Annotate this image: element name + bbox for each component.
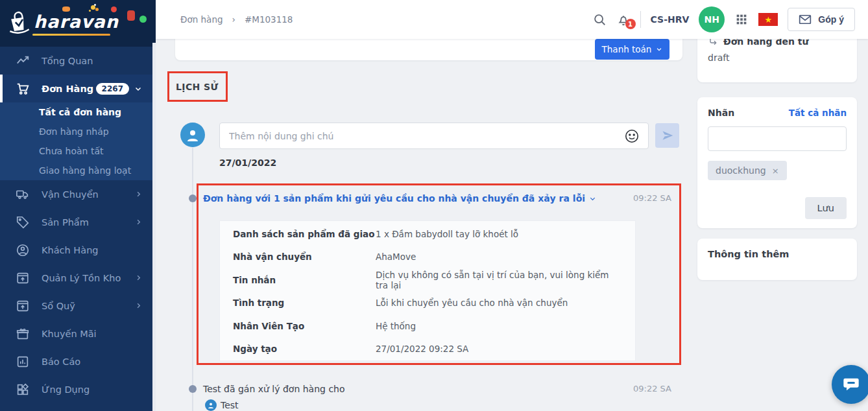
notification-count-badge: 1 [625, 19, 636, 29]
cart-icon [16, 82, 30, 96]
annotation-box-history: LỊCH SỬ [167, 71, 228, 102]
chevron-down-icon [656, 46, 662, 53]
sidebar-item-label: Vận Chuyển [42, 189, 99, 200]
firework-decoration [91, 5, 95, 10]
payment-button-label: Thanh toán [602, 44, 652, 54]
sidebar-item-don-hang[interactable]: Đơn Hàng 2267 [0, 75, 152, 102]
breadcrumb-separator-icon: › [232, 14, 235, 25]
row-label: Ngày tạo [233, 344, 376, 354]
all-labels-link[interactable]: Tất cả nhãn [789, 108, 847, 118]
order-count-badge: 2267 [96, 83, 129, 95]
event-detail-table: Danh sách sản phẩm đã giao 1 x Đầm babyd… [219, 220, 636, 361]
tag-icon [16, 215, 30, 229]
emoji-icon[interactable] [624, 128, 640, 144]
feedback-button[interactable]: Góp ý [788, 8, 855, 31]
sidebar-item-label: Sản Phẩm [42, 217, 89, 228]
event-title-text: Đơn hàng với 1 sản phẩm khi gửi yêu cầu … [203, 193, 585, 204]
event-title: Test đã gán xử lý đơn hàng cho [203, 384, 345, 394]
notifications-bell-icon[interactable]: 1 [616, 12, 631, 27]
tet-figure-decoration [127, 10, 135, 21]
label-input[interactable] [708, 126, 847, 151]
chat-bubble-icon [842, 375, 860, 393]
sidebar-item-ung-dung[interactable]: Ứng Dụng [0, 375, 152, 403]
note-input[interactable] [219, 123, 649, 149]
orders-submenu: Tất cả đơn hàng Đơn hàng nháp Chưa hoàn … [0, 102, 152, 180]
chevron-down-icon [134, 85, 142, 93]
sidebar-item-tong-quan[interactable]: Tổng Quan [0, 47, 152, 75]
logo-strip: haravan [0, 0, 156, 47]
order-source-value: draft [708, 53, 847, 63]
apps-icon [16, 382, 30, 397]
header-divider [640, 11, 641, 28]
sidebar-item-label: Tổng Quan [42, 56, 93, 66]
table-row: Nhân Viên Tạo Hệ thống [220, 314, 635, 338]
logo-underline-decoration [32, 34, 110, 36]
row-label: Tình trạng [233, 298, 376, 308]
submenu-item-don-hang-nhap[interactable]: Đơn hàng nháp [0, 122, 152, 141]
assignee-name: Test [221, 400, 239, 410]
event-time: 09:22 SA [613, 193, 671, 203]
row-value: Lỗi khi chuyển yêu cầu cho nhà vận chuyể… [376, 298, 568, 308]
submenu-item-giao-hang-hang-loat[interactable]: Giao hàng hàng loạt [0, 161, 152, 180]
expand-chevron-icon [589, 195, 596, 202]
sidebar-item-bao-cao[interactable]: Báo Cáo [0, 347, 152, 375]
table-row: Tình trạng Lỗi khi chuyển yêu cầu cho nh… [220, 292, 635, 315]
submenu-item-chua-hoan-tat[interactable]: Chưa hoàn tất [0, 141, 152, 161]
row-value: AhaMove [376, 252, 416, 262]
customer-icon [16, 243, 30, 257]
tiger-decoration [62, 6, 70, 12]
report-icon [16, 355, 30, 369]
sidebar-item-quan-ly-ton-kho[interactable]: Quản Lý Tồn Kho [0, 264, 152, 292]
sidebar-item-khuyen-mai[interactable]: Khuyến Mãi [0, 320, 152, 347]
save-labels-button[interactable]: Lưu [805, 197, 847, 219]
row-value: 27/01/2022 09:22 SA [376, 344, 468, 354]
row-label: Nhân Viên Tạo [233, 321, 376, 331]
tag-chip[interactable]: duockhung × [708, 161, 787, 180]
payment-button[interactable]: Thanh toán [595, 39, 669, 60]
lantern-decoration [111, 6, 117, 12]
gift-icon [16, 327, 30, 341]
event-title-link[interactable]: Đơn hàng với 1 sản phẩm khi gửi yêu cầu … [203, 193, 618, 204]
tag-chip-label: duockhung [716, 165, 766, 176]
submenu-item-tat-ca-don-hang[interactable]: Tất cả đơn hàng [0, 102, 152, 122]
sidebar-item-label: Ứng Dụng [42, 384, 90, 395]
user-avatar[interactable]: NH [699, 6, 725, 32]
chevron-right-icon [135, 302, 142, 309]
vietnam-flag-icon[interactable]: ★ [758, 13, 778, 26]
labels-title: Nhãn [708, 108, 734, 118]
sidebar-item-label: Quản Lý Tồn Kho [42, 273, 121, 283]
sidebar-item-label: Khuyến Mãi [42, 329, 97, 339]
row-label: Danh sách sản phẩm đã giao [233, 229, 376, 239]
online-status-dot [139, 16, 147, 23]
account-name[interactable]: CS-HRV [651, 14, 690, 25]
timeline-line [192, 148, 193, 411]
row-value: 1 x Đầm babydoll tay lỡ khoét lỗ [376, 229, 518, 239]
send-note-button[interactable] [655, 123, 679, 148]
timeline-date: 27/01/2022 [219, 158, 276, 168]
haravan-logo[interactable]: haravan [34, 12, 119, 32]
top-header: Đơn hàng › #M103118 1 CS-HRV NH ★ Góp ý [156, 0, 868, 39]
breadcrumb-orders-link[interactable]: Đơn hàng [180, 14, 223, 25]
current-user-avatar [180, 123, 205, 147]
breadcrumb-order-id: #M103118 [245, 14, 293, 25]
envelope-icon [799, 14, 812, 25]
chevron-right-icon [135, 218, 142, 226]
chat-support-button[interactable] [832, 365, 868, 404]
sidebar-item-so-quy[interactable]: Sổ Quỹ [0, 292, 152, 320]
app-launcher-grid-icon[interactable] [734, 12, 749, 27]
sidebar-item-label: Sổ Quỹ [42, 301, 75, 311]
sidebar-item-khach-hang[interactable]: Khách Hàng [0, 236, 152, 264]
chevron-right-icon [135, 274, 142, 281]
row-label: Nhà vận chuyển [233, 252, 376, 262]
sidebar-item-van-chuyen[interactable]: Vận Chuyển [0, 180, 152, 208]
sidebar-item-san-pham[interactable]: Sản Phẩm [0, 208, 152, 236]
search-icon[interactable] [592, 12, 607, 27]
sidebar-scrollbar[interactable] [152, 43, 156, 411]
chevron-right-icon [135, 191, 142, 198]
row-label: Tin nhắn [233, 275, 376, 285]
event-time: 09:22 SA [613, 384, 671, 393]
row-value: Hệ thống [376, 321, 416, 331]
table-row: Ngày tạo 27/01/2022 09:22 SA [220, 338, 635, 361]
labels-card: Nhãn Tất cả nhãn duockhung × Lưu [697, 97, 857, 228]
remove-tag-icon[interactable]: × [772, 166, 779, 176]
